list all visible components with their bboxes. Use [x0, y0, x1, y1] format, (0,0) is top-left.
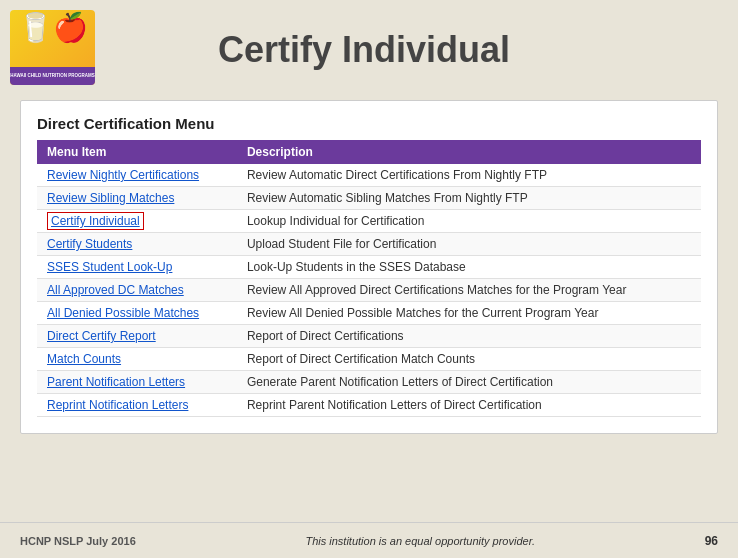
- menu-link[interactable]: Direct Certify Report: [47, 329, 156, 343]
- description-cell: Reprint Parent Notification Letters of D…: [237, 394, 701, 417]
- menu-item-cell: Parent Notification Letters: [37, 371, 237, 394]
- table-row: Reprint Notification LettersReprint Pare…: [37, 394, 701, 417]
- description-cell: Review Automatic Sibling Matches From Ni…: [237, 187, 701, 210]
- description-cell: Review All Approved Direct Certification…: [237, 279, 701, 302]
- logo-box: 🥛🍎 HAWAII CHILD NUTRITION PROGRAMS: [10, 10, 95, 85]
- description-cell: Report of Direct Certification Match Cou…: [237, 348, 701, 371]
- table-row: SSES Student Look-UpLook-Up Students in …: [37, 256, 701, 279]
- menu-link[interactable]: Reprint Notification Letters: [47, 398, 188, 412]
- table-row: Certify IndividualLookup Individual for …: [37, 210, 701, 233]
- menu-link[interactable]: Certify Students: [47, 237, 132, 251]
- menu-item-cell: All Approved DC Matches: [37, 279, 237, 302]
- menu-link[interactable]: Review Sibling Matches: [47, 191, 174, 205]
- description-cell: Review All Denied Possible Matches for t…: [237, 302, 701, 325]
- table-row: All Denied Possible MatchesReview All De…: [37, 302, 701, 325]
- logo-area: 🥛🍎 HAWAII CHILD NUTRITION PROGRAMS: [10, 10, 100, 90]
- col-header-description: Description: [237, 140, 701, 164]
- table-row: Review Nightly CertificationsReview Auto…: [37, 164, 701, 187]
- description-cell: Upload Student File for Certification: [237, 233, 701, 256]
- header: 🥛🍎 HAWAII CHILD NUTRITION PROGRAMS Certi…: [0, 0, 738, 100]
- table-row: Parent Notification LettersGenerate Pare…: [37, 371, 701, 394]
- description-cell: Report of Direct Certifications: [237, 325, 701, 348]
- menu-link[interactable]: All Denied Possible Matches: [47, 306, 199, 320]
- menu-item-cell: Match Counts: [37, 348, 237, 371]
- menu-link[interactable]: Parent Notification Letters: [47, 375, 185, 389]
- menu-item-cell: All Denied Possible Matches: [37, 302, 237, 325]
- menu-item-cell: Direct Certify Report: [37, 325, 237, 348]
- menu-link[interactable]: Review Nightly Certifications: [47, 168, 199, 182]
- description-cell: Review Automatic Direct Certifications F…: [237, 164, 701, 187]
- menu-link[interactable]: Match Counts: [47, 352, 121, 366]
- menu-item-cell: Review Nightly Certifications: [37, 164, 237, 187]
- table-row: Direct Certify ReportReport of Direct Ce…: [37, 325, 701, 348]
- table-row: All Approved DC MatchesReview All Approv…: [37, 279, 701, 302]
- col-header-menu-item: Menu Item: [37, 140, 237, 164]
- menu-item-cell: SSES Student Look-Up: [37, 256, 237, 279]
- table-row: Match CountsReport of Direct Certificati…: [37, 348, 701, 371]
- menu-item-cell: Reprint Notification Letters: [37, 394, 237, 417]
- menu-item-cell: Certify Students: [37, 233, 237, 256]
- menu-link[interactable]: All Approved DC Matches: [47, 283, 184, 297]
- description-cell: Generate Parent Notification Letters of …: [237, 371, 701, 394]
- footer: HCNP NSLP July 2016 This institution is …: [0, 522, 738, 558]
- footer-center: This institution is an equal opportunity…: [305, 535, 535, 547]
- menu-item-cell: Certify Individual: [37, 210, 237, 233]
- table-header-row: Menu Item Description: [37, 140, 701, 164]
- page-title: Certify Individual: [100, 29, 718, 71]
- menu-link[interactable]: SSES Student Look-Up: [47, 260, 172, 274]
- menu-table: Menu Item Description Review Nightly Cer…: [37, 140, 701, 417]
- description-cell: Lookup Individual for Certification: [237, 210, 701, 233]
- menu-item-cell: Review Sibling Matches: [37, 187, 237, 210]
- logo-bottom-bar: HAWAII CHILD NUTRITION PROGRAMS: [10, 67, 95, 85]
- menu-link[interactable]: Certify Individual: [47, 212, 144, 230]
- footer-left: HCNP NSLP July 2016: [20, 535, 136, 547]
- footer-right: 96: [705, 534, 718, 548]
- logo-text: HAWAII CHILD NUTRITION PROGRAMS: [10, 74, 95, 79]
- logo-icon: 🥛🍎: [18, 14, 88, 42]
- description-cell: Look-Up Students in the SSES Database: [237, 256, 701, 279]
- main-card: Direct Certification Menu Menu Item Desc…: [20, 100, 718, 434]
- table-row: Review Sibling MatchesReview Automatic S…: [37, 187, 701, 210]
- card-title: Direct Certification Menu: [37, 115, 701, 132]
- table-row: Certify StudentsUpload Student File for …: [37, 233, 701, 256]
